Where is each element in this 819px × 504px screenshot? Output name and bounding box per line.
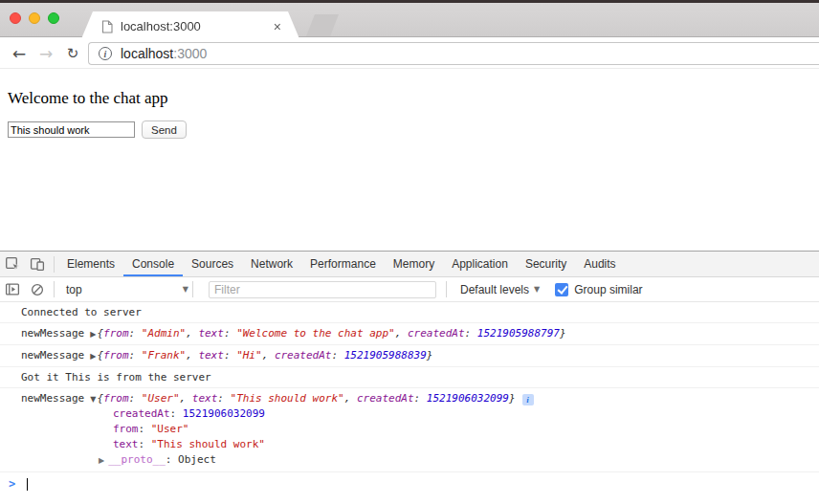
browser-tab[interactable]: localhost:3000 × [80, 11, 300, 41]
browser-toolbar: ← → ↻ i localhost:3000 [0, 37, 819, 69]
context-label: top [66, 283, 82, 296]
console-prompt[interactable]: > [0, 472, 819, 494]
log-text: Connected to server [21, 306, 142, 318]
event-name: newMessage [21, 392, 84, 405]
tab-title: localhost:3000 [121, 19, 266, 33]
separator [446, 281, 447, 297]
execution-context-selector[interactable]: top ▼ [66, 283, 188, 296]
separator [54, 256, 55, 273]
event-name: newMessage [21, 327, 84, 340]
close-tab-icon[interactable]: × [274, 20, 281, 33]
separator [192, 281, 193, 297]
tab-strip: localhost:3000 × [0, 3, 819, 37]
chevron-down-icon: ▼ [183, 285, 188, 294]
object-property: from: "User" [21, 422, 819, 437]
console-message-event: newMessage▶{from: "Admin", text: "Welcom… [0, 323, 819, 345]
default-levels-dropdown[interactable]: Default levels ▼ [460, 283, 540, 296]
console-messages: Connected to server newMessage▶{from: "A… [0, 302, 819, 494]
send-button[interactable]: Send [142, 121, 187, 139]
expanded-preview-line: newMessage▼{from: "User", text: "This sh… [21, 391, 819, 406]
devtools-tab-performance[interactable]: Performance [301, 252, 385, 276]
console-message-log: Connected to server [0, 302, 819, 323]
devtools-tab-memory[interactable]: Memory [385, 252, 443, 276]
address-bar[interactable]: i localhost:3000 [88, 42, 819, 65]
url-text[interactable]: localhost:3000 [121, 46, 207, 61]
site-info-icon[interactable]: i [99, 47, 112, 60]
separator [54, 281, 55, 297]
zoom-window-button[interactable] [48, 12, 59, 24]
object-property: createdAt: 1521906032099 [21, 406, 819, 422]
chevron-down-icon: ▼ [534, 285, 540, 294]
console-message-event-expanded: newMessage▼{from: "User", text: "This sh… [0, 388, 819, 472]
traffic-lights [10, 12, 59, 24]
group-similar-label: Group similar [574, 283, 642, 296]
event-name: newMessage [21, 349, 84, 362]
forward-button: → [34, 37, 57, 69]
reload-button[interactable]: ↻ [61, 37, 84, 69]
prompt-chevron-icon: > [9, 477, 15, 491]
console-message-log: Got it This is from the server [0, 367, 819, 388]
devtools-tab-bar: Elements Console Sources Network Perform… [0, 252, 819, 277]
expand-toggle-icon[interactable]: ▶ [90, 330, 96, 339]
devtools-tab-network[interactable]: Network [242, 252, 301, 276]
console-sidebar-button[interactable] [0, 277, 25, 302]
info-icon[interactable]: i [522, 394, 534, 405]
console-message-event: newMessage▶{from: "Frank", text: "Hi", c… [0, 345, 819, 367]
inspect-element-button[interactable] [0, 252, 25, 276]
device-toolbar-icon [30, 256, 45, 272]
inspect-cursor-icon [5, 256, 20, 272]
expand-toggle-icon[interactable]: ▶ [90, 352, 96, 361]
group-similar-checkbox[interactable] [555, 283, 568, 296]
page-heading: Welcome to the chat app [8, 89, 819, 108]
url-port: :3000 [173, 46, 207, 61]
object-preview: {from: "Frank", text: "Hi", createdAt: 1… [97, 349, 432, 362]
page-content: Welcome to the chat app Send [0, 70, 819, 251]
expand-toggle-icon[interactable]: ▶ [99, 456, 104, 465]
minimize-window-button[interactable] [29, 12, 40, 24]
chat-form: Send [8, 121, 187, 139]
console-sidebar-icon [5, 282, 20, 296]
devtools-tab-sources[interactable]: Sources [183, 252, 242, 276]
new-tab-button[interactable] [306, 14, 339, 36]
url-host: localhost [121, 46, 173, 61]
object-preview: {from: "User", text: "This should work",… [97, 392, 515, 405]
devtools-panel: Elements Console Sources Network Perform… [0, 251, 819, 504]
page-file-icon [101, 20, 113, 33]
filter-input[interactable] [209, 281, 436, 298]
collapse-toggle-icon[interactable]: ▼ [90, 395, 96, 404]
devtools-tab-security[interactable]: Security [517, 252, 575, 276]
text-caret [27, 478, 28, 491]
levels-label: Default levels [460, 283, 529, 296]
clear-console-button[interactable] [25, 277, 50, 302]
back-button[interactable]: ← [8, 37, 31, 69]
console-toolbar: top ▼ Default levels ▼ Group similar [0, 277, 819, 302]
devtools-tab-application[interactable]: Application [443, 252, 517, 276]
message-input[interactable] [8, 121, 135, 138]
devtools-tab-elements[interactable]: Elements [58, 252, 123, 276]
devtools-tab-console[interactable]: Console [123, 252, 183, 276]
object-property: text: "This should work" [21, 437, 819, 452]
devtools-tab-audits[interactable]: Audits [575, 252, 624, 276]
object-preview: {from: "Admin", text: "Welcome to the ch… [97, 327, 565, 340]
object-proto-property: ▶__proto__: Object [21, 452, 819, 469]
clear-console-icon [31, 283, 44, 296]
device-toolbar-button[interactable] [25, 252, 50, 276]
close-window-button[interactable] [10, 12, 21, 24]
log-text: Got it This is from the server [21, 371, 211, 383]
